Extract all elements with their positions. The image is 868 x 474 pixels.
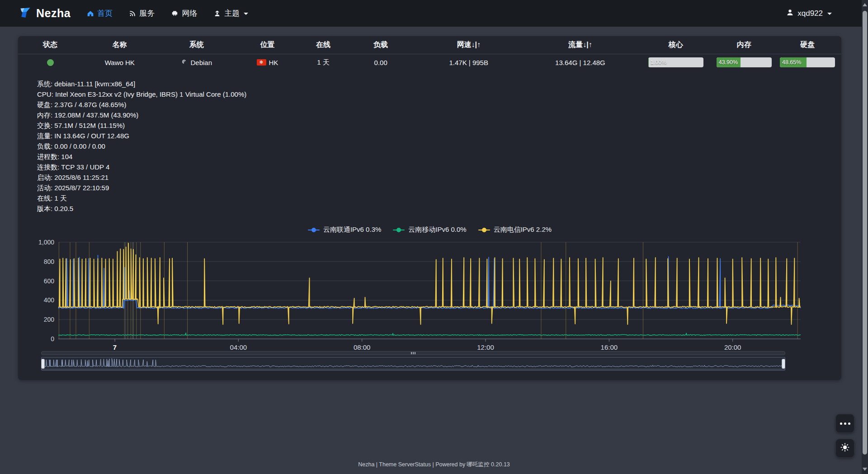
scrollbar-grip-icon[interactable] <box>411 352 415 354</box>
detail-line: 流量: IN 13.64G / OUT 12.48G <box>37 131 841 141</box>
scroll-up-icon[interactable] <box>863 3 867 6</box>
detail-line: 交换: 57.1M / 512M (11.15%) <box>37 120 841 131</box>
nav-item-network[interactable]: 网络 <box>171 8 197 19</box>
legend-marker-icon <box>308 228 320 232</box>
server-details: 系统: debian-11.11 [kvm:x86_64]CPU: Intel … <box>18 70 841 214</box>
ellipsis-icon <box>840 422 850 425</box>
svg-text:800: 800 <box>44 258 55 265</box>
scroll-down-icon[interactable] <box>863 468 867 471</box>
table-header-cell: 系统 <box>157 40 236 50</box>
server-location: ✻ HK <box>236 59 299 66</box>
nav-items: 首页服务网络主题 <box>87 8 248 19</box>
theme-icon <box>213 9 221 17</box>
navbar: Nezha 首页服务网络主题 xqd922 <box>0 0 868 27</box>
table-header-cell: 核心 <box>637 40 715 50</box>
hk-flag-icon: ✻ <box>257 59 266 66</box>
brand[interactable]: Nezha <box>19 6 71 21</box>
server-load: 0.00 <box>348 59 414 66</box>
detail-line: 活动: 2025/8/7 22:10:59 <box>37 183 841 193</box>
server-name: Wawo HK <box>82 59 157 66</box>
table-header-cell: 负载 <box>348 40 414 50</box>
table-header-cell: 网速↓|↑ <box>414 40 524 50</box>
svg-text:04:00: 04:00 <box>230 343 247 350</box>
scrollbar-thumb[interactable] <box>863 11 867 455</box>
table-header-cell: 名称 <box>82 40 157 50</box>
user-icon <box>786 9 794 19</box>
server-table: 状态名称系统位置在线负载网速↓|↑流量↓|↑核心内存硬盘 Wawo HK Deb… <box>18 36 841 70</box>
sun-icon <box>840 443 849 454</box>
legend-item[interactable]: 云南联通IPv6 0.3% <box>308 225 381 234</box>
disk-progress: 48.65% <box>774 57 841 67</box>
more-button[interactable] <box>835 414 854 433</box>
server-panel: 状态名称系统位置在线负载网速↓|↑流量↓|↑核心内存硬盘 Wawo HK Deb… <box>18 36 841 380</box>
nav-item-theme[interactable]: 主题 <box>213 8 248 19</box>
detail-line: 进程数: 104 <box>37 151 841 162</box>
server-traffic: 13.64G | 12.48G <box>524 59 637 66</box>
status-dot <box>47 59 54 66</box>
cpu-progress: 1.00% <box>637 57 715 67</box>
debian-icon <box>181 58 188 66</box>
table-header-cell: 在线 <box>299 40 348 50</box>
legend-item[interactable]: 云南电信IPv6 2.2% <box>478 225 552 234</box>
chart-data-zoom[interactable] <box>41 357 785 371</box>
server-netspeed: 1.47K | 995B <box>414 59 524 66</box>
chart-canvas[interactable]: 02004006008001,000704:0008:0012:0016:002… <box>18 237 841 350</box>
theme-toggle-button[interactable] <box>835 439 854 458</box>
detail-line: 负载: 0.00 / 0.00 / 0.00 <box>37 141 841 151</box>
rss-icon <box>129 10 136 17</box>
detail-line: CPU: Intel Xeon E3-12xx v2 (Ivy Bridge, … <box>37 89 841 99</box>
svg-text:08:00: 08:00 <box>354 343 371 350</box>
chart-hscrollbar[interactable] <box>41 351 785 355</box>
detail-line: 版本: 0.20.5 <box>37 203 841 214</box>
datazoom-minimap[interactable] <box>42 357 785 370</box>
svg-text:1,000: 1,000 <box>38 239 54 246</box>
svg-text:7: 7 <box>113 343 117 350</box>
table-header-cell: 内存 <box>714 40 774 50</box>
user-menu[interactable]: xqd922 <box>786 9 832 19</box>
detail-line: 系统: debian-11.11 [kvm:x86_64] <box>37 79 841 89</box>
table-header-cell: 位置 <box>236 40 299 50</box>
detail-line: 启动: 2025/8/6 11:25:21 <box>37 172 841 183</box>
legend-item[interactable]: 云南移动IPv6 0.0% <box>393 225 466 234</box>
floating-buttons <box>835 414 854 458</box>
chevron-down-icon <box>827 13 832 15</box>
datazoom-left-handle[interactable] <box>41 359 45 369</box>
server-online: 1 天 <box>299 58 348 67</box>
svg-text:12:00: 12:00 <box>477 343 494 350</box>
table-header-row: 状态名称系统位置在线负载网速↓|↑流量↓|↑核心内存硬盘 <box>18 36 841 54</box>
svg-text:200: 200 <box>44 316 55 323</box>
svg-text:0: 0 <box>51 335 54 343</box>
nezha-logo-icon <box>19 6 32 21</box>
brand-title: Nezha <box>36 7 71 20</box>
legend-marker-icon <box>478 228 490 232</box>
nav-item-services[interactable]: 服务 <box>129 8 155 19</box>
page-scrollbar[interactable] <box>862 0 868 474</box>
table-row[interactable]: Wawo HK Debian ✻ HK 1 天 0.00 1.47K | 995… <box>18 54 841 70</box>
table-header-cell: 硬盘 <box>774 40 841 50</box>
datazoom-right-handle[interactable] <box>782 359 785 369</box>
svg-text:16:00: 16:00 <box>601 343 618 350</box>
footer-text: Nezha | Theme ServerStatus | Powered by … <box>0 461 868 469</box>
server-os: Debian <box>157 58 236 66</box>
chart-legend: 云南联通IPv6 0.3%云南移动IPv6 0.0%云南电信IPv6 2.2% <box>18 225 841 234</box>
nav-item-home[interactable]: 首页 <box>87 8 113 19</box>
detail-line: 内存: 192.08M / 437.5M (43.90%) <box>37 110 841 120</box>
mem-progress: 43.90% <box>714 57 774 67</box>
table-header-cell: 流量↓|↑ <box>524 40 637 50</box>
latency-chart[interactable]: 02004006008001,000704:0008:0012:0016:002… <box>18 237 841 350</box>
table-header-cell: 状态 <box>18 40 82 50</box>
detail-line: 连接数: TCP 33 / UDP 4 <box>37 162 841 172</box>
detail-line: 硬盘: 2.37G / 4.87G (48.65%) <box>37 99 841 110</box>
network-icon <box>171 9 179 17</box>
svg-text:600: 600 <box>44 277 55 285</box>
detail-line: 在线: 1 天 <box>37 193 841 203</box>
legend-marker-icon <box>393 228 405 232</box>
svg-text:20:00: 20:00 <box>724 343 741 350</box>
svg-text:400: 400 <box>44 296 55 304</box>
user-name: xqd922 <box>797 9 823 18</box>
chevron-down-icon <box>244 13 248 15</box>
home-icon <box>87 10 94 17</box>
